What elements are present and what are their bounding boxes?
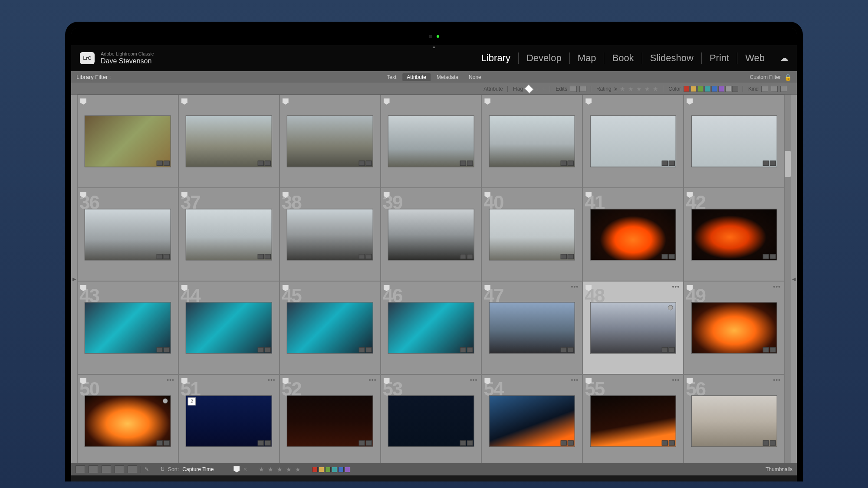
thumbnail-cell[interactable]: 38 (279, 188, 381, 281)
cloud-sync-icon[interactable]: ☁ (780, 53, 788, 63)
thumbnail-image[interactable] (287, 209, 373, 260)
rating-star-5[interactable]: ★ (653, 85, 658, 92)
badge-icon[interactable] (568, 254, 574, 259)
kind-master-icon[interactable] (761, 86, 768, 92)
badge-icon[interactable] (460, 160, 466, 166)
thumbnail-image[interactable] (85, 115, 171, 167)
badge-icon[interactable] (460, 254, 466, 259)
thumbnail-image[interactable]: 2 (186, 395, 272, 447)
badge-icon[interactable] (358, 160, 365, 166)
flag-mark-icon[interactable] (687, 98, 693, 105)
toolbar-star-3[interactable]: ★ (277, 466, 283, 473)
thumbnail-image[interactable] (287, 115, 373, 167)
quick-collection-icon[interactable] (668, 305, 673, 310)
badge-icon[interactable] (770, 440, 776, 445)
sort-value[interactable]: Capture Time (182, 466, 214, 472)
edits-edited-icon[interactable] (570, 86, 577, 92)
cell-menu-icon[interactable]: ••• (672, 283, 680, 290)
thumbnail-cell[interactable]: 44 (178, 281, 279, 374)
thumbnail-image[interactable] (388, 302, 474, 354)
badge-icon[interactable] (467, 254, 473, 259)
thumbnail-cell[interactable]: 47••• (481, 281, 582, 374)
kind-virtual-icon[interactable] (771, 86, 778, 92)
module-map[interactable]: Map (570, 52, 605, 64)
badge-icon[interactable] (770, 254, 776, 259)
expand-arrow-icon[interactable]: ▲ (432, 44, 436, 49)
cell-menu-icon[interactable]: ••• (571, 283, 579, 290)
color-swatch-3[interactable] (704, 86, 710, 92)
thumbnail-image[interactable] (287, 302, 373, 354)
badge-icon[interactable] (258, 347, 264, 352)
thumbnail-cell[interactable] (77, 95, 178, 188)
badge-icon[interactable] (460, 347, 466, 352)
thumbnail-image[interactable] (186, 115, 272, 167)
lock-icon[interactable]: 🔒 (784, 74, 792, 81)
cell-menu-icon[interactable]: ••• (571, 377, 579, 383)
badge-icon[interactable] (358, 347, 365, 352)
badge-icon[interactable] (358, 440, 365, 445)
badge-icon[interactable] (763, 347, 769, 352)
toolbar-color-1[interactable] (319, 467, 324, 472)
badge-icon[interactable] (164, 347, 170, 352)
compare-view-button[interactable] (102, 465, 111, 473)
thumbnail-cell[interactable] (178, 95, 279, 188)
kind-video-icon[interactable] (780, 86, 787, 92)
flag-picked-icon[interactable] (525, 84, 534, 93)
cell-menu-icon[interactable]: ••• (167, 377, 174, 383)
quick-collection-icon[interactable] (163, 398, 168, 403)
badge-icon[interactable] (258, 160, 264, 166)
edits-unedited-icon[interactable] (579, 86, 586, 92)
thumbnail-cell[interactable] (582, 95, 684, 188)
toolbar-color-4[interactable] (338, 467, 344, 472)
badge-icon[interactable] (265, 347, 271, 352)
cell-menu-icon[interactable]: ••• (369, 377, 377, 383)
loupe-view-button[interactable] (89, 465, 98, 473)
badge-icon[interactable] (561, 347, 567, 352)
thumbnail-image[interactable] (590, 209, 676, 260)
thumbnail-cell[interactable]: 52••• (279, 374, 381, 463)
badge-icon[interactable] (669, 347, 675, 352)
toolbar-star-5[interactable]: ★ (295, 466, 301, 473)
toolbar-star-4[interactable]: ★ (286, 466, 292, 473)
toolbar-star-1[interactable]: ★ (259, 466, 264, 473)
toolbar-color-5[interactable] (345, 467, 350, 472)
color-swatch-0[interactable] (684, 86, 690, 92)
flag-mark-icon[interactable] (384, 98, 390, 105)
color-swatch-4[interactable] (711, 86, 717, 92)
thumbnail-cell[interactable]: 41 (582, 188, 684, 281)
thumbnail-image[interactable] (691, 302, 777, 354)
badge-icon[interactable] (568, 440, 574, 445)
thumbnail-image[interactable] (489, 395, 575, 447)
badge-icon[interactable] (365, 254, 372, 259)
thumbnail-image[interactable] (691, 395, 777, 447)
badge-icon[interactable] (164, 254, 170, 259)
toolbar-color-2[interactable] (325, 467, 331, 472)
thumbnail-cell[interactable] (279, 95, 381, 188)
cell-menu-icon[interactable]: ••• (470, 377, 478, 383)
survey-view-button[interactable] (115, 465, 124, 473)
thumbnail-cell[interactable]: 49••• (684, 281, 785, 374)
color-swatch-1[interactable] (690, 86, 697, 92)
badge-icon[interactable] (669, 440, 675, 445)
thumbnail-cell[interactable]: 54••• (481, 374, 582, 463)
badge-icon[interactable] (669, 160, 675, 166)
badge-icon[interactable] (258, 440, 264, 445)
flag-mark-icon[interactable] (283, 98, 289, 105)
badge-icon[interactable] (265, 440, 271, 445)
color-swatch-5[interactable] (718, 86, 724, 92)
filter-tab-text[interactable]: Text (382, 73, 401, 81)
thumbnail-cell[interactable]: 39 (381, 188, 482, 281)
thumbnail-image[interactable] (590, 115, 676, 167)
cell-menu-icon[interactable]: ••• (773, 377, 781, 383)
grid-view-button[interactable] (76, 465, 85, 473)
cell-menu-icon[interactable]: ••• (268, 377, 276, 383)
badge-icon[interactable] (662, 254, 668, 259)
thumbnail-cell[interactable] (381, 95, 482, 188)
badge-icon[interactable] (164, 160, 170, 166)
rating-star-1[interactable]: ★ (620, 85, 625, 92)
thumbnail-image[interactable] (388, 115, 474, 167)
rating-star-2[interactable]: ★ (628, 85, 634, 92)
badge-icon[interactable] (770, 347, 776, 352)
thumbnail-image[interactable] (287, 395, 373, 447)
toolbar-flag-icon[interactable] (233, 466, 240, 472)
